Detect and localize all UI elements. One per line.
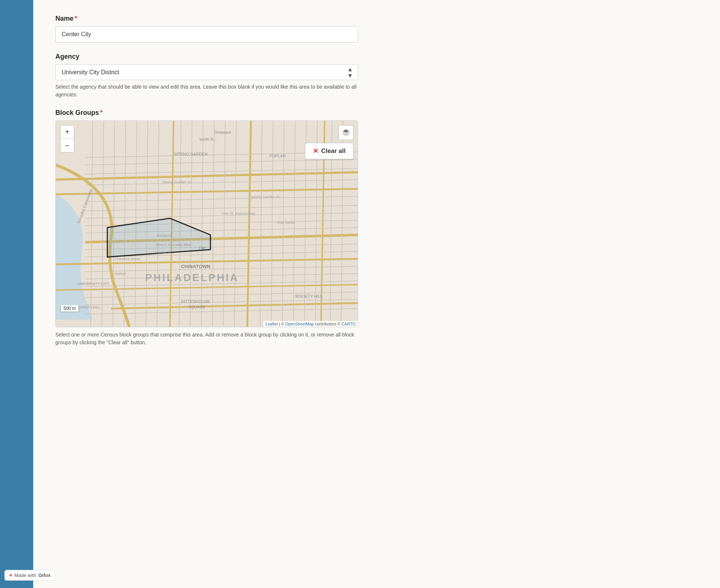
clear-x-icon: ✕ (313, 147, 318, 155)
agency-select-wrapper: University City District ▲ ▼ (55, 64, 358, 80)
main-content: Name * Agency University City District ▲… (33, 0, 720, 588)
svg-text:Chestnut Street: Chestnut Street (115, 257, 140, 261)
leaflet-link[interactable]: Leaflet (265, 322, 278, 326)
map-zoom-controls: + − (60, 125, 74, 153)
layer-button[interactable] (339, 125, 353, 140)
svg-text:SPRING GARDEN: SPRING GARDEN (174, 152, 208, 156)
svg-text:CHINATOWN: CHINATOWN (181, 264, 210, 269)
gifox-made-with: Made with (14, 572, 36, 578)
name-field-group: Name * (55, 15, 358, 42)
layers-icon (342, 129, 350, 137)
svg-text:Vine Street: Vine Street (277, 220, 295, 225)
gifox-brand: Gifox (38, 572, 51, 578)
map-attribution: Leaflet | © OpenStreetMap contributors ©… (263, 321, 358, 327)
agency-label-text: Agency (55, 53, 79, 61)
svg-text:Vine St. Expressway: Vine St. Expressway (222, 211, 255, 215)
svg-text:SQUARE: SQUARE (188, 305, 205, 309)
svg-text:Benjamin...: Benjamin... (157, 233, 175, 237)
attribution-sep2: contributors © (315, 322, 342, 326)
name-required-star: * (75, 15, 77, 23)
block-groups-field-group: Block Groups * (55, 109, 358, 346)
agency-label: Agency (55, 53, 358, 61)
agency-field-group: Agency University City District ▲ ▼ Sele… (55, 53, 358, 99)
svg-text:UNIVERSITY CITY: UNIVERSITY CITY (78, 281, 109, 286)
svg-text:Walnut...: Walnut... (115, 271, 129, 276)
sidebar (0, 0, 33, 588)
clear-all-label: Clear all (321, 147, 346, 155)
agency-select[interactable]: University City District (55, 64, 358, 80)
form-section: Name * Agency University City District ▲… (55, 15, 358, 346)
zoom-out-button[interactable]: − (61, 139, 74, 152)
gifox-badge: ♥ Made with Gifox (4, 570, 55, 581)
block-groups-help-text: Select one or more Census block groups t… (55, 331, 358, 346)
scale-indicator: 500 m (60, 305, 79, 312)
heart-icon: ♥ (9, 572, 12, 578)
svg-marker-71 (343, 129, 349, 133)
osm-link[interactable]: OpenStreetMap (285, 322, 314, 326)
svg-text:Spring Garden St.: Spring Garden St. (162, 180, 192, 184)
svg-text:John F. Kennedy Blvd.: John F. Kennedy Blvd. (155, 243, 192, 247)
block-groups-label: Block Groups * (55, 109, 358, 117)
map-container[interactable]: North S... Delaware Schuylkill Expresswa… (55, 120, 358, 327)
block-groups-label-text: Block Groups (55, 109, 99, 117)
svg-text:SOCIETY HILL: SOCIETY HILL (295, 294, 322, 298)
svg-text:☞: ☞ (199, 244, 206, 253)
svg-text:RITTENHOUSE: RITTENHOUSE (181, 299, 210, 304)
name-input[interactable] (55, 26, 358, 42)
attribution-sep1: | © (279, 322, 285, 326)
name-label: Name * (55, 15, 358, 23)
clear-all-button[interactable]: ✕ Clear all (305, 143, 353, 159)
svg-text:Market St...: Market St... (155, 250, 174, 254)
carto-link[interactable]: CARTO (342, 322, 356, 326)
svg-text:Delaware: Delaware (214, 130, 231, 134)
zoom-in-button[interactable]: + (61, 126, 74, 139)
agency-help-text: Select the agency that should be able to… (55, 83, 358, 99)
svg-text:POPLAR: POPLAR (270, 154, 286, 158)
svg-text:Spring Garden St.: Spring Garden St. (251, 195, 281, 199)
name-label-text: Name (55, 15, 73, 23)
block-groups-required-star: * (100, 109, 103, 117)
scale-label: 500 m (64, 306, 76, 311)
svg-text:PHILADELPHIA: PHILADELPHIA (145, 272, 239, 283)
svg-text:North S...: North S... (199, 137, 217, 142)
svg-text:SCHUYLKILL: SCHUYLKILL (78, 305, 100, 309)
